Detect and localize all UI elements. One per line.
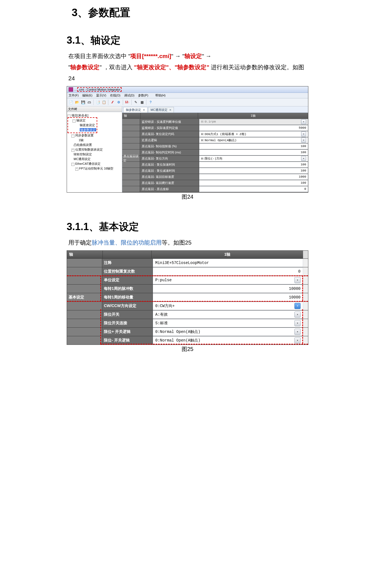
grid-param-value[interactable]: 100 [199,168,308,174]
t25-param-name: CW/CCW方向设定 [102,302,153,310]
tree-torque[interactable]: 转矩控制设定 [68,152,121,157]
tree-cam[interactable]: 凸轮曲线设置 [68,143,121,147]
grid-param-value[interactable]: 1000 [199,174,308,180]
paragraph-2: 用于确定脉冲当量、限位的功能启用等。如图25 [68,237,307,248]
tb-saveall-icon[interactable]: 🗃 [86,99,92,105]
tb-new-icon[interactable]: 📄 [68,99,74,105]
tb-help-icon[interactable]: ? [148,99,153,105]
chevron-down-icon[interactable]: ▾ [301,119,306,124]
tb-open-icon[interactable]: 📂 [74,99,80,105]
t25-param-value[interactable]: A:有效▾ [153,310,303,319]
tab-mc-common[interactable]: MC通用设定✕ [148,107,174,113]
t25-param-name: 每转1周的移动量 [102,293,153,302]
t25-group-cell [67,267,102,276]
grid-param-value[interactable]: 0:DOG方式1 (前端基准 + Z相)▾ [199,131,308,137]
tree-axis-change[interactable]: 轴更改设定 [69,123,96,128]
heading-3-1: 3.1、轴设定 [67,34,308,47]
grid-param-value[interactable]: 0 [199,186,308,192]
chevron-down-icon[interactable]: ▾ [301,131,306,136]
grid-param-value[interactable]: 5000 [199,125,308,131]
t25-param-value[interactable]: 0 [153,267,303,276]
grid-param-name: 原点返回- 返回爬行速度 [140,180,199,186]
grid-group-cell [122,174,140,180]
grid-param-name: 近原点逻辑 [140,137,199,143]
tb-12-icon[interactable]: 12↓ [124,99,130,105]
grid-param-name: 原点返回- 制动判定时间 (ms) [140,150,199,155]
figure-25-table: 轴 1轴 注释Mini3E+57CloseLoopMotor位置控制重复次数0单… [67,250,308,345]
grid-row: 原点返回 - 原点坐标0 [122,186,308,192]
t25-param-name: 每转1周的脉冲数 [102,285,153,293]
menu-param[interactable]: 参数(P) [138,94,148,97]
t25-param-value[interactable]: Mini3E+57CloseLoopMotor [153,259,303,267]
close-icon[interactable]: ✕ [169,108,171,111]
chevron-down-icon[interactable]: ▾ [301,138,306,143]
menu-edit[interactable]: 编辑(E) [82,94,92,97]
tree-ecat[interactable]: -EtherCAT通信设定 [68,161,121,166]
tree-sync[interactable]: -同步参数设置 [68,133,121,138]
scrollbar-gutter [303,276,308,284]
scrollbar-gutter [303,285,308,293]
tb-paste-icon[interactable]: 📋 [101,99,107,105]
grid-row: 原点返回- 制动扭矩值 (%)100 [122,143,308,150]
tb-copy-icon[interactable]: 📑 [95,99,101,105]
t25-group-cell: 基本设定 [67,293,102,302]
scrollbar-gutter [303,336,308,345]
tree-mc[interactable]: MC通用设定 [68,157,121,161]
t25-param-name: 限位开关连接 [102,319,153,327]
t25-param-value[interactable]: 0:Normal Open(A触点)▾ [153,336,303,345]
grid-param-value[interactable]: 0:Normal Open(A触点)▾ [199,137,308,143]
t25-param-value[interactable]: 0:Normal Open(A触点)▾ [153,328,303,336]
table-row: 注释Mini3E+57CloseLoopMotor [67,258,308,267]
t25-param-value[interactable]: 10000 [153,285,303,293]
t25-group-cell [67,276,102,284]
t25-param-value[interactable]: S:标准▾ [153,319,303,327]
tb-gear-icon[interactable]: ⚙ [116,99,121,105]
grid-param-value[interactable]: 0:限位(-)方向▾ [199,156,308,161]
grid-param-value[interactable]: 100 [199,180,308,186]
tb-grid-icon[interactable]: ▦ [139,99,145,105]
grid-group-cell [122,137,140,143]
menu-help[interactable]: 帮助(H) [155,94,166,97]
table-row: 限位+ 开关逻辑0:Normal Open(A触点)▾ [67,327,308,336]
grid-param-name: 原点返回- 复位方向 [140,156,199,161]
grid-row: 原点返回 - 复位减速时间100 [122,168,308,174]
tb-connect-icon[interactable]: ⁄⁄ [110,99,115,105]
chevron-down-icon[interactable]: ▾ [294,303,301,309]
tb-edit-icon[interactable]: ✎ [133,99,139,105]
tree-axis1[interactable]: 1轴: [68,138,121,143]
grid-param-value[interactable]: 0:0.1rpm▾ [199,119,308,125]
chevron-down-icon[interactable]: ▾ [294,337,301,343]
editor-tabs: 轴参数设定✕ MC通用设定✕ [122,106,308,113]
chevron-down-icon[interactable]: ▾ [301,156,306,161]
chevron-down-icon[interactable]: ▾ [294,329,301,335]
tree-axis[interactable]: -轴设定 [69,118,96,123]
chevron-down-icon[interactable]: ▾ [294,277,301,283]
tree-fp7[interactable]: +FP7运动控制单元 16轴型 [68,166,121,171]
t25-param-value[interactable]: P:pulse▾ [153,276,303,284]
t25-param-value[interactable]: 10000 [153,293,303,302]
grid-param-value[interactable]: 100 [199,150,308,155]
grid-row: 近原点逻辑0:Normal Open(A触点)▾ [122,137,308,143]
menu-file[interactable]: 文件(F) [69,94,79,97]
tree-posdata[interactable]: +位置控制数据表设定 [68,147,121,152]
grid-group-cell [122,119,140,125]
grid-param-value[interactable]: 100 [199,162,308,168]
grid-param-value[interactable]: 100 [199,143,308,149]
tb-save-icon[interactable]: 💾 [80,99,86,105]
menu-debug[interactable]: 调试(D) [124,94,134,97]
menu-online[interactable]: 在线(O) [110,94,121,97]
grid-head-axis: 轴 [122,113,141,119]
grid-group-cell [122,186,140,192]
tree-axis-param[interactable]: 轴参数设定 [69,128,96,132]
t25-param-name: 位置控制重复次数 [102,267,153,276]
paragraph-1: 在项目主界面依次选中 "项目[******.cmi]" → "轴设定" → "轴… [68,51,307,84]
grid-row: 原点返回设定原点返回- 复位方向0:限位(-)方向▾ [122,156,308,162]
chevron-down-icon[interactable]: ▾ [294,312,301,318]
scrollbar-gutter [303,267,308,276]
t25-param-value[interactable]: 0:CW方向+▾ [153,302,303,310]
t25-group-cell [67,310,102,319]
menu-view[interactable]: 显示(V) [96,94,106,97]
chevron-down-icon[interactable]: ▾ [294,320,301,326]
close-icon[interactable]: ✕ [143,108,145,111]
tab-axis-param[interactable]: 轴参数设定✕ [123,107,148,113]
